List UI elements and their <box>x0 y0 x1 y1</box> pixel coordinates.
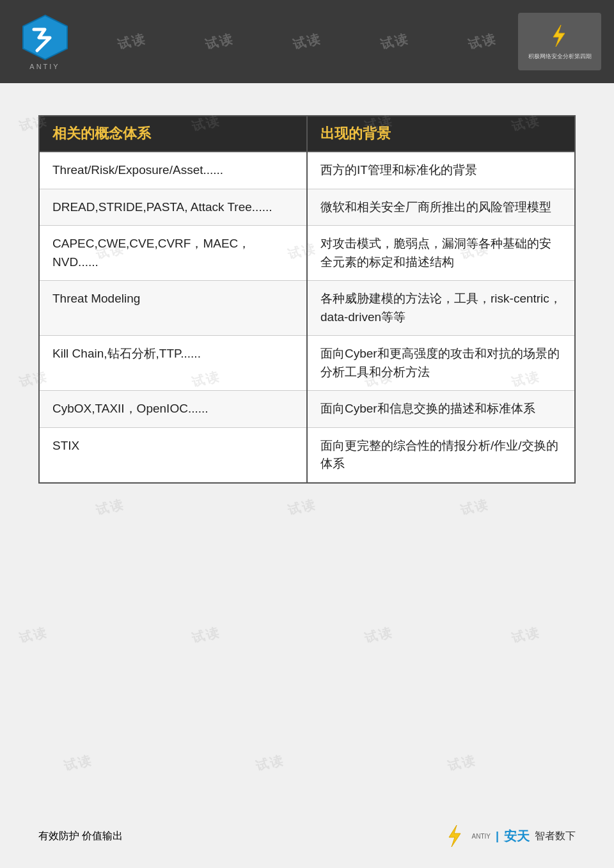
logo-text: ANTIY <box>29 63 59 70</box>
footer-separator: | <box>496 830 499 843</box>
body-watermark-20: 试读 <box>446 752 477 775</box>
table-cell-left: STIX <box>39 427 307 483</box>
antiy-logo-icon <box>21 13 69 61</box>
table-cell-right: 微软和相关安全厂商所推出的风险管理模型 <box>307 189 575 226</box>
header-brand-box: 积极网络安全分析第四期 <box>518 13 601 70</box>
watermark-5: 试读 <box>379 29 410 53</box>
body-watermark-16: 试读 <box>363 624 394 647</box>
body-watermark-18: 试读 <box>62 752 93 775</box>
table-row: CybOX,TAXII，OpenIOC......面向Cyber和信息交换的描述… <box>39 391 575 428</box>
svg-marker-1 <box>553 25 565 47</box>
footer-brand-icon <box>443 823 468 849</box>
footer-right-logo: ANTIY | 安天 智者数下 <box>443 823 576 849</box>
table-cell-left: CybOX,TAXII，OpenIOC...... <box>39 391 307 428</box>
body-watermark-17: 试读 <box>510 624 541 647</box>
header: 试读 试读 试读 试读 试读 试读 试读 ANTIY 积极网络安全分析第四期 <box>0 0 614 83</box>
logo-area: ANTIY <box>13 10 77 74</box>
table-cell-right: 面向更完整的综合性的情报分析/作业/交换的体系 <box>307 427 575 483</box>
header-right-logo: 积极网络安全分析第四期 <box>518 13 601 70</box>
table-cell-right: 面向Cyber和更高强度的攻击和对抗的场景的分析工具和分析方法 <box>307 336 575 391</box>
table-row: Threat Modeling各种威胁建模的方法论，工具，risk-centri… <box>39 281 575 336</box>
table-cell-left: CAPEC,CWE,CVE,CVRF，MAEC，NVD...... <box>39 226 307 281</box>
table-cell-right: 对攻击模式，脆弱点，漏洞等各种基础的安全元素的标定和描述结构 <box>307 226 575 281</box>
concept-table: 相关的概念体系 出现的背景 Threat/Risk/Exposure/Asset… <box>38 115 576 484</box>
right-logo-text: 积极网络安全分析第四期 <box>528 53 592 59</box>
table-cell-left: Kill Chain,钻石分析,TTP...... <box>39 336 307 391</box>
table-row: DREAD,STRIDE,PASTA, Attack Tree......微软和… <box>39 189 575 226</box>
table-cell-right: 各种威胁建模的方法论，工具，risk-centric，data-driven等等 <box>307 281 575 336</box>
footer-brand-name: 安天 <box>504 828 530 845</box>
watermark-4: 试读 <box>291 29 322 53</box>
main-content: 相关的概念体系 出现的背景 Threat/Risk/Exposure/Asset… <box>0 83 614 509</box>
body-watermark-14: 试读 <box>17 624 49 647</box>
col-header-right: 出现的背景 <box>307 116 575 152</box>
brand-icon <box>547 23 572 49</box>
table-cell-right: 西方的IT管理和标准化的背景 <box>307 152 575 189</box>
table-cell-left: Threat Modeling <box>39 281 307 336</box>
footer-tagline: 有效防护 价值输出 <box>38 830 123 843</box>
footer-logo: ANTIY | 安天 智者数下 <box>443 823 576 849</box>
table-row: Kill Chain,钻石分析,TTP......面向Cyber和更高强度的攻击… <box>39 336 575 391</box>
table-cell-left: Threat/Risk/Exposure/Asset...... <box>39 152 307 189</box>
footer-logo-antiy-text: ANTIY <box>472 833 491 840</box>
watermark-3: 试读 <box>203 29 235 53</box>
body-watermark-15: 试读 <box>190 624 221 647</box>
table-row: Threat/Risk/Exposure/Asset......西方的IT管理和… <box>39 152 575 189</box>
table-row: STIX面向更完整的综合性的情报分析/作业/交换的体系 <box>39 427 575 483</box>
table-body: Threat/Risk/Exposure/Asset......西方的IT管理和… <box>39 152 575 483</box>
col-header-left: 相关的概念体系 <box>39 116 307 152</box>
table-cell-left: DREAD,STRIDE,PASTA, Attack Tree...... <box>39 189 307 226</box>
table-cell-right: 面向Cyber和信息交换的描述和标准体系 <box>307 391 575 428</box>
table-row: CAPEC,CWE,CVE,CVRF，MAEC，NVD......对攻击模式，脆… <box>39 226 575 281</box>
watermark-6: 试读 <box>467 29 498 53</box>
watermark-2: 试读 <box>116 29 147 53</box>
footer-brand-slogan: 智者数下 <box>535 830 576 843</box>
svg-marker-2 <box>449 825 460 847</box>
body-watermark-19: 试读 <box>254 752 285 775</box>
footer: 有效防护 价值输出 ANTIY | 安天 智者数下 <box>0 823 614 849</box>
